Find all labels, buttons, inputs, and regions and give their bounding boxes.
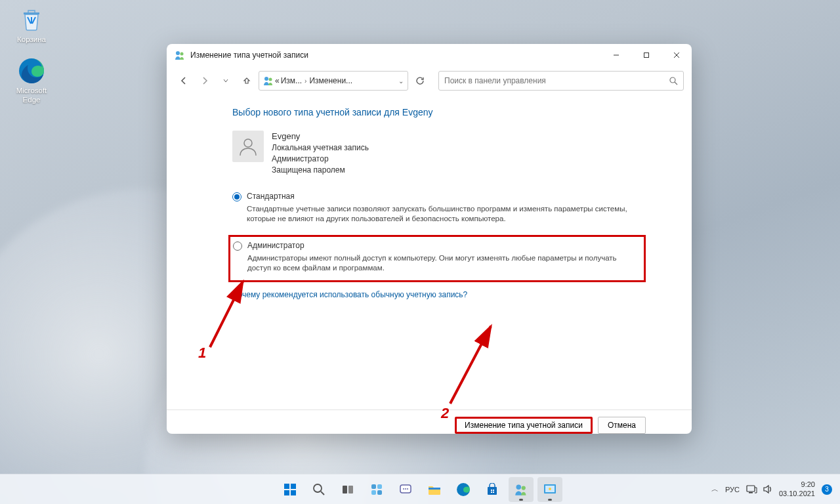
annotation-number-2: 2 bbox=[441, 405, 449, 422]
language-indicator[interactable]: РУС bbox=[725, 486, 740, 494]
svg-point-8 bbox=[269, 78, 272, 81]
chevron-right-icon: › bbox=[303, 77, 308, 85]
svg-rect-15 bbox=[291, 484, 296, 489]
breadcrumb-prefix: « bbox=[275, 76, 280, 85]
svg-point-9 bbox=[670, 77, 675, 83]
recent-dropdown[interactable] bbox=[217, 72, 235, 90]
svg-rect-14 bbox=[284, 484, 289, 489]
svg-point-37 bbox=[516, 484, 522, 490]
maximize-button[interactable] bbox=[631, 44, 662, 66]
svg-point-11 bbox=[244, 139, 252, 147]
breadcrumb-seg[interactable]: Изм... bbox=[281, 76, 302, 85]
back-button[interactable] bbox=[175, 72, 193, 90]
volume-icon[interactable] bbox=[763, 484, 772, 494]
avatar bbox=[232, 131, 264, 162]
why-standard-link[interactable]: Почему рекомендуется использовать обычну… bbox=[232, 290, 467, 299]
svg-line-10 bbox=[675, 82, 677, 85]
app-taskbar-icon[interactable] bbox=[537, 477, 562, 502]
desktop-icons: Корзина Microsoft Edge bbox=[7, 5, 56, 116]
address-bar[interactable]: « Изм... › Изменени... ⌄ bbox=[259, 71, 408, 91]
user-info: Evgeny Локальная учетная запись Админист… bbox=[272, 131, 369, 176]
svg-point-7 bbox=[264, 77, 268, 81]
clock[interactable]: 9:20 03.10.2021 bbox=[779, 480, 815, 497]
svg-point-38 bbox=[522, 486, 526, 490]
svg-rect-30 bbox=[429, 488, 440, 490]
address-dropdown-icon[interactable]: ⌄ bbox=[398, 77, 404, 85]
window-title: Изменение типа учетной записи bbox=[190, 51, 601, 60]
taskbar-center bbox=[278, 477, 562, 502]
recycle-bin-label: Корзина bbox=[7, 35, 56, 45]
tray-chevron-icon[interactable]: ︿ bbox=[711, 484, 719, 494]
edge-label: Microsoft Edge bbox=[7, 87, 56, 105]
chat-icon[interactable] bbox=[393, 477, 418, 502]
svg-rect-20 bbox=[343, 486, 347, 494]
search-icon bbox=[669, 77, 678, 85]
refresh-button[interactable] bbox=[411, 72, 429, 90]
svg-rect-35 bbox=[491, 492, 492, 493]
svg-point-1 bbox=[176, 51, 180, 55]
control-panel-taskbar-icon[interactable] bbox=[509, 477, 534, 502]
radio-button-icon[interactable] bbox=[232, 192, 242, 201]
control-panel-window: Изменение типа учетной записи « Изм... ›… bbox=[167, 44, 692, 434]
svg-rect-22 bbox=[371, 484, 376, 489]
change-account-type-button[interactable]: Изменение типа учетной записи bbox=[455, 417, 593, 434]
close-button[interactable] bbox=[662, 44, 692, 66]
widgets-icon[interactable] bbox=[364, 477, 389, 502]
breadcrumb-seg[interactable]: Изменени... bbox=[309, 76, 352, 85]
radio-administrator[interactable]: Администратор bbox=[233, 241, 639, 251]
svg-rect-42 bbox=[747, 486, 755, 492]
svg-rect-25 bbox=[377, 490, 382, 495]
radio-button-icon[interactable] bbox=[233, 242, 242, 251]
search-box[interactable] bbox=[438, 71, 684, 91]
cancel-button[interactable]: Отмена bbox=[598, 417, 646, 434]
svg-point-41 bbox=[549, 488, 551, 490]
svg-rect-24 bbox=[371, 490, 376, 495]
page-heading: Выбор нового типа учетной записи для Evg… bbox=[232, 107, 646, 117]
search-taskbar-icon[interactable] bbox=[306, 477, 331, 502]
svg-point-27 bbox=[403, 488, 404, 490]
svg-rect-23 bbox=[377, 484, 382, 489]
user-accounts-icon bbox=[263, 75, 274, 86]
content-area: Выбор нового типа учетной записи для Evg… bbox=[167, 95, 692, 398]
svg-rect-33 bbox=[491, 490, 492, 491]
annotation-highlight-box-1: Администратор Администраторы имеют полны… bbox=[228, 235, 646, 282]
svg-point-28 bbox=[405, 488, 406, 490]
svg-rect-43 bbox=[749, 492, 753, 494]
network-icon[interactable] bbox=[746, 484, 757, 494]
store-icon[interactable] bbox=[480, 477, 505, 502]
notification-badge[interactable]: 3 bbox=[822, 484, 832, 495]
edge-taskbar-icon[interactable] bbox=[451, 477, 476, 502]
forward-button[interactable] bbox=[196, 72, 214, 90]
minimize-button[interactable] bbox=[601, 44, 631, 66]
annotation-number-1: 1 bbox=[198, 345, 206, 362]
radio-administrator-desc: Администраторы имеют полный доступ к ком… bbox=[247, 253, 639, 274]
edge-icon[interactable]: Microsoft Edge bbox=[7, 56, 56, 105]
search-input[interactable] bbox=[444, 76, 669, 85]
svg-rect-16 bbox=[284, 490, 289, 495]
radio-administrator-label: Администратор bbox=[247, 241, 304, 251]
navbar: « Изм... › Изменени... ⌄ bbox=[167, 66, 692, 95]
radio-standard-label: Стандартная bbox=[247, 192, 295, 201]
svg-line-19 bbox=[321, 492, 324, 495]
recycle-bin-icon[interactable]: Корзина bbox=[7, 5, 56, 45]
user-account-type: Локальная учетная запись bbox=[272, 142, 369, 154]
svg-rect-17 bbox=[291, 490, 296, 495]
radio-standard-desc: Стандартные учетные записи позволяют зап… bbox=[247, 204, 646, 224]
radio-standard[interactable]: Стандартная bbox=[232, 192, 646, 201]
account-type-options: Стандартная Стандартные учетные записи п… bbox=[232, 192, 646, 299]
system-tray[interactable] bbox=[746, 484, 772, 494]
taskbar[interactable]: ︿ РУС 9:20 03.10.2021 3 bbox=[0, 474, 840, 504]
up-button[interactable] bbox=[238, 72, 256, 90]
user-role: Администратор bbox=[272, 154, 369, 165]
desktop: Корзина Microsoft Edge Изменение типа уч… bbox=[0, 0, 840, 504]
user-accounts-icon bbox=[175, 50, 185, 60]
titlebar[interactable]: Изменение типа учетной записи bbox=[167, 44, 692, 66]
file-explorer-icon[interactable] bbox=[422, 477, 447, 502]
taskbar-right: ︿ РУС 9:20 03.10.2021 3 bbox=[711, 480, 840, 497]
user-block: Evgeny Локальная учетная запись Админист… bbox=[232, 131, 646, 176]
start-button[interactable] bbox=[278, 477, 303, 502]
svg-point-18 bbox=[314, 484, 322, 492]
task-view-icon[interactable] bbox=[335, 477, 360, 502]
footer: Изменение типа учетной записи Отмена bbox=[167, 410, 692, 434]
svg-rect-21 bbox=[348, 486, 353, 494]
